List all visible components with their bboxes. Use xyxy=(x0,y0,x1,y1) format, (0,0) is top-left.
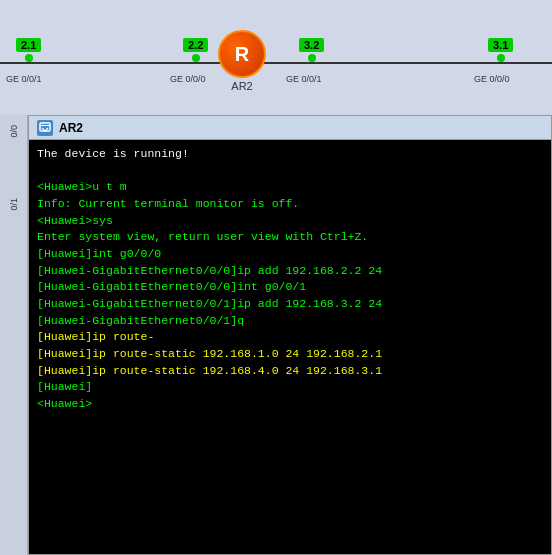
node-3-2: 3.2 xyxy=(299,38,324,64)
terminal-body[interactable]: The device is running! <Huawei>u t m Inf… xyxy=(29,140,551,554)
ge-label-3-2: GE 0/0/1 xyxy=(286,74,322,84)
node-dot-3-2 xyxy=(308,54,316,62)
router-name: AR2 xyxy=(231,80,252,92)
router-ar2: R AR2 xyxy=(218,30,266,92)
router-letter: R xyxy=(235,43,249,66)
terminal-window: AR2 The device is running! <Huawei>u t m… xyxy=(28,115,552,555)
node-2-1: 2.1 xyxy=(16,38,41,64)
ge-label-2-2: GE 0/0/0 xyxy=(170,74,206,84)
node-dot-2-2 xyxy=(192,54,200,62)
terminal-icon xyxy=(37,120,53,136)
topology-area: 2.1 GE 0/0/1 2.2 GE 0/0/0 R AR2 3.2 GE 0… xyxy=(0,0,552,115)
ge-label-2-1: GE 0/0/1 xyxy=(6,74,42,84)
svg-rect-0 xyxy=(40,123,50,131)
node-dot-2-1 xyxy=(25,54,33,62)
node-dot-3-1 xyxy=(497,54,505,62)
node-badge-3-1: 3.1 xyxy=(488,38,513,52)
terminal-output: The device is running! <Huawei>u t m Inf… xyxy=(37,146,543,413)
left-label-2: 0/1 xyxy=(9,198,19,211)
left-label-1: 0/0 xyxy=(9,125,19,138)
terminal-titlebar: AR2 xyxy=(29,116,551,140)
node-badge-3-2: 3.2 xyxy=(299,38,324,52)
node-3-1: 3.1 xyxy=(488,38,513,64)
topology-line xyxy=(0,62,552,64)
router-icon: R xyxy=(218,30,266,78)
node-badge-2-2: 2.2 xyxy=(183,38,208,52)
ge-label-3-1: GE 0/0/0 xyxy=(474,74,510,84)
left-panel: 0/0 0/1 xyxy=(0,115,28,555)
node-badge-2-1: 2.1 xyxy=(16,38,41,52)
node-2-2: 2.2 xyxy=(183,38,208,64)
terminal-title: AR2 xyxy=(59,121,83,135)
